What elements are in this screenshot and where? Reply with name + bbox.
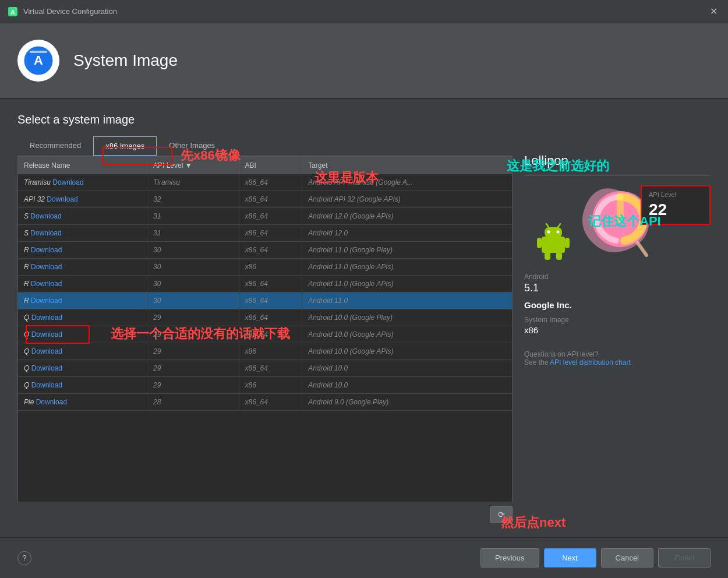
cancel-button[interactable]: Cancel [601, 548, 653, 568]
download-link[interactable]: Download [31, 246, 62, 254]
download-link[interactable]: Download [31, 330, 62, 339]
api-level-cell: 29 [147, 326, 239, 343]
abi-cell: x86_64 [239, 242, 302, 259]
table-row[interactable]: S Download31x86_64Android 12.0 (Google A… [18, 208, 512, 225]
download-link[interactable]: Download [36, 398, 67, 406]
abi-cell: x86_64 [239, 276, 302, 292]
abi-cell: x86_64 [239, 360, 302, 377]
api-question: Questions on API level? See the API leve… [524, 350, 711, 366]
api-level-cell: 30 [147, 276, 239, 292]
api-level-cell: 29 [147, 377, 239, 394]
abi-cell: x86_64 [239, 292, 302, 309]
android-label: Android [524, 273, 711, 281]
system-image-label: System Image [524, 316, 711, 324]
target-cell: Android 10.0 [302, 360, 512, 377]
api-level-cell: 29 [147, 343, 239, 360]
download-link[interactable]: Download [31, 347, 62, 355]
system-image-table[interactable]: Release Name API Level ▼ ABI Target Tira… [17, 156, 513, 502]
android-version: 5.1 [524, 282, 711, 294]
content-area: Recommended x86 Images Other Images Rele… [17, 136, 711, 523]
download-link[interactable]: Download [31, 313, 62, 322]
download-link[interactable]: Download [52, 178, 83, 186]
release-name-cell: R [24, 263, 31, 271]
left-panel: Recommended x86 Images Other Images Rele… [17, 136, 513, 523]
api-level-cell: 28 [147, 394, 239, 411]
col-target[interactable]: Target [302, 157, 512, 174]
target-cell: Android 10.0 [302, 377, 512, 394]
title-bar-title: Virtual Device Configuration [23, 7, 706, 16]
abi-cell: x86 [239, 377, 302, 394]
release-name-cell: Pie [24, 398, 36, 406]
target-cell: Android 9.0 (Google Play) [302, 394, 512, 411]
col-api-level[interactable]: API Level ▼ [147, 157, 239, 174]
release-name-cell: API 32 [24, 195, 47, 203]
tab-otherimages[interactable]: Other Images [157, 136, 227, 156]
svg-rect-8 [545, 227, 562, 238]
table-row[interactable]: S Download31x86_64Android 12.0 [18, 225, 512, 242]
svg-rect-15 [545, 252, 550, 260]
svg-rect-14 [565, 238, 570, 248]
table-row[interactable]: R Download30x86_64Android 11.0 (Google P… [18, 242, 512, 259]
table-row[interactable]: Q Download29x86_64Android 10.0 (Google P… [18, 309, 512, 326]
vendor-value: Google Inc. [524, 300, 711, 310]
api-level-value: 22 [649, 200, 702, 219]
target-cell: Android API Tiramisu (Google A... [302, 174, 512, 191]
download-link[interactable]: Download [31, 364, 62, 372]
download-link[interactable]: Download [31, 297, 62, 305]
next-button[interactable]: Next [544, 548, 596, 568]
abi-cell: x86_64 [239, 309, 302, 326]
abi-cell: x86_64 [239, 174, 302, 191]
download-link[interactable]: Download [30, 212, 61, 220]
api-level-cell: 29 [147, 309, 239, 326]
download-link[interactable]: Download [47, 195, 77, 203]
download-link[interactable]: Download [31, 280, 62, 288]
target-cell: Android 10.0 (Google Play) [302, 309, 512, 326]
abi-cell: x86_64 [239, 208, 302, 225]
tab-bar: Recommended x86 Images Other Images [17, 136, 513, 156]
release-name-cell: S [24, 229, 30, 237]
table-row[interactable]: Q Download29x86_64Android 10.0 [18, 360, 512, 377]
table-row[interactable]: R Download30x86_64Android 11.0 (Google A… [18, 276, 512, 292]
download-link[interactable]: Download [31, 381, 62, 389]
close-button[interactable]: ✕ [706, 5, 721, 18]
tab-x86images[interactable]: x86 Images [93, 136, 157, 156]
svg-text:A: A [10, 9, 15, 16]
release-name-cell: S [24, 212, 30, 220]
refresh-button[interactable]: ⟳ [490, 506, 513, 523]
help-button[interactable]: ? [17, 551, 31, 565]
target-cell: Android 11.0 (Google APIs) [302, 259, 512, 276]
svg-text:A: A [34, 53, 43, 68]
main-content: Select a system image Recommended x86 Im… [0, 99, 728, 537]
table-row[interactable]: R Download30x86Android 11.0 (Google APIs… [18, 259, 512, 276]
download-link[interactable]: Download [30, 229, 61, 237]
abi-cell: x86_64 [239, 394, 302, 411]
table-row[interactable]: Tiramisu DownloadTiramisux86_64Android A… [18, 174, 512, 191]
system-image-value: x86 [524, 325, 711, 335]
table-row[interactable]: Q Download29x86Android 10.0 [18, 377, 512, 394]
api-distribution-link[interactable]: API level distribution chart [550, 358, 631, 366]
api-level-cell: 31 [147, 225, 239, 242]
table-row[interactable]: API 32 Download32x86_64Android API 32 (G… [18, 191, 512, 208]
table-row[interactable]: Q Download29x86_64Android 10.0 (Google A… [18, 326, 512, 343]
download-link[interactable]: Download [31, 263, 62, 271]
table-row[interactable]: Q Download29x86Android 10.0 (Google APIs… [18, 343, 512, 360]
previous-button[interactable]: Previous [480, 548, 539, 568]
tab-recommended[interactable]: Recommended [17, 136, 93, 156]
table-row[interactable]: Pie Download28x86_64Android 9.0 (Google … [18, 394, 512, 411]
table-row[interactable]: R Download30x86_64Android 11.0 [18, 292, 512, 309]
target-cell: Android 11.0 (Google Play) [302, 242, 512, 259]
section-title: Select a system image [17, 113, 711, 126]
col-release-name[interactable]: Release Name [18, 157, 147, 174]
col-abi[interactable]: ABI [239, 157, 302, 174]
target-cell: Android 11.0 (Google APIs) [302, 276, 512, 292]
abi-cell: x86 [239, 343, 302, 360]
release-name-cell: Tiramisu [24, 178, 52, 186]
target-cell: Android 12.0 (Google APIs) [302, 208, 512, 225]
title-bar-icon: A [7, 6, 19, 17]
android-image-container: API Level 22 [524, 185, 711, 261]
finish-button[interactable]: Finish [658, 548, 711, 568]
target-cell: Android API 32 (Google APIs) [302, 191, 512, 208]
svg-rect-16 [556, 252, 562, 260]
right-panel: Lollipop [524, 136, 711, 523]
svg-point-9 [547, 231, 550, 234]
